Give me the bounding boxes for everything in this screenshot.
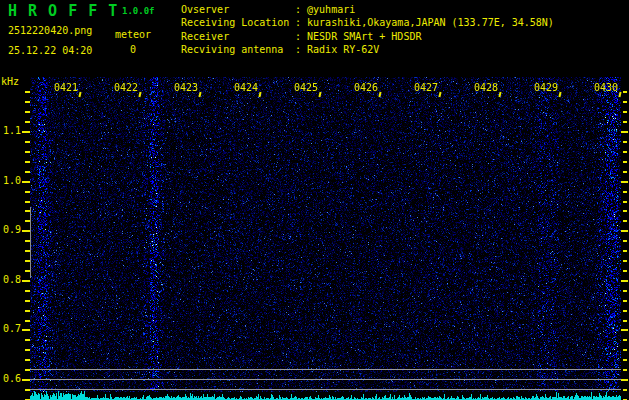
freq-tick-label: 1.0	[0, 175, 21, 186]
freq-minor-tick	[25, 250, 30, 252]
meteor-count-value: 0	[114, 44, 152, 55]
info-label: Ovserver	[181, 3, 295, 16]
info-separator: :	[295, 16, 307, 29]
freq-minor-tick	[25, 290, 30, 292]
freq-minor-tick	[25, 349, 30, 351]
station-info: Ovserver: @yuhmari Receiving Location: k…	[181, 3, 554, 57]
threshold-line-lower	[30, 389, 621, 390]
time-label: 0427	[414, 82, 438, 93]
hrofft-window: H R O F F T 1.0.0f 2512220420.png meteor…	[0, 0, 629, 400]
freq-minor-tick	[25, 260, 30, 262]
freq-minor-tick	[623, 290, 627, 292]
freq-tick-label: 0.8	[0, 274, 21, 285]
output-filename: 2512220420.png	[8, 25, 92, 36]
freq-minor-tick	[25, 359, 30, 361]
app-title: H R O F F T	[8, 3, 118, 19]
freq-minor-tick	[25, 101, 30, 103]
freq-minor-tick	[623, 201, 627, 203]
freq-minor-tick	[623, 191, 627, 193]
info-separator: :	[295, 43, 307, 56]
freq-minor-tick	[25, 141, 30, 143]
freq-minor-tick	[623, 389, 627, 391]
freq-major-tick	[621, 280, 628, 282]
freq-axis-unit: kHz	[1, 76, 19, 87]
freq-tick-label: 0.9	[0, 224, 21, 235]
freq-minor-tick	[623, 310, 627, 312]
freq-tick-label: 1.1	[0, 125, 21, 136]
meteor-count-label: meteor	[115, 29, 151, 40]
time-label: 0425	[294, 82, 318, 93]
freq-minor-tick	[623, 250, 627, 252]
info-row-observer: Ovserver: @yuhmari	[181, 3, 554, 16]
freq-minor-tick	[623, 359, 627, 361]
info-label: Receiving Location	[181, 16, 295, 29]
info-row-location: Receiving Location: kurashiki,Okayama,JA…	[181, 16, 554, 29]
freq-minor-tick	[623, 171, 627, 173]
freq-major-tick	[22, 230, 30, 232]
freq-major-tick	[621, 379, 628, 381]
freq-minor-tick	[25, 300, 30, 302]
freq-minor-tick	[623, 300, 627, 302]
freq-major-tick	[22, 280, 30, 282]
time-label: 0430	[594, 82, 618, 93]
freq-minor-tick	[25, 210, 30, 212]
time-label: 0421	[54, 82, 78, 93]
scale-bar-line	[30, 207, 31, 278]
info-row-receiver: Receiver: NESDR SMArt + HDSDR	[181, 30, 554, 43]
freq-minor-tick	[25, 389, 30, 391]
freq-minor-tick	[623, 339, 627, 341]
freq-minor-tick	[25, 111, 30, 113]
freq-major-tick	[621, 329, 628, 331]
freq-minor-tick	[623, 101, 627, 103]
info-value: NESDR SMArt + HDSDR	[307, 30, 421, 43]
freq-minor-tick	[623, 111, 627, 113]
time-label: 0428	[474, 82, 498, 93]
app-version: 1.0.0f	[122, 6, 155, 16]
threshold-line-center	[30, 379, 621, 380]
freq-minor-tick	[25, 339, 30, 341]
info-value: Radix RY-62V	[307, 43, 379, 56]
freq-minor-tick	[623, 161, 627, 163]
freq-minor-tick	[623, 270, 627, 272]
freq-major-tick	[22, 181, 30, 183]
freq-minor-tick	[25, 270, 30, 272]
freq-minor-tick	[25, 161, 30, 163]
freq-tick-label: 0.6	[0, 373, 21, 384]
threshold-line-upper	[30, 369, 621, 370]
freq-major-tick	[621, 230, 628, 232]
freq-minor-tick	[25, 220, 30, 222]
freq-major-tick	[22, 131, 30, 133]
freq-minor-tick	[25, 201, 30, 203]
freq-major-tick	[621, 181, 628, 183]
freq-minor-tick	[623, 220, 627, 222]
freq-minor-tick	[623, 141, 627, 143]
freq-minor-tick	[623, 210, 627, 212]
freq-minor-tick	[25, 171, 30, 173]
freq-minor-tick	[623, 260, 627, 262]
freq-minor-tick	[25, 310, 30, 312]
freq-minor-tick	[25, 320, 30, 322]
time-label: 0423	[174, 82, 198, 93]
freq-minor-tick	[25, 91, 30, 93]
freq-minor-tick	[25, 151, 30, 153]
info-value: kurashiki,Okayama,JAPAN (133.77E, 34.58N…	[307, 16, 554, 29]
freq-minor-tick	[623, 320, 627, 322]
time-label: 0426	[354, 82, 378, 93]
time-label: 0424	[234, 82, 258, 93]
freq-minor-tick	[25, 191, 30, 193]
time-label: 0429	[534, 82, 558, 93]
freq-minor-tick	[623, 91, 627, 93]
info-label: Receiver	[181, 30, 295, 43]
info-label: Recviving antenna	[181, 43, 295, 56]
minute-tick	[618, 92, 621, 97]
info-row-antenna: Recviving antenna: Radix RY-62V	[181, 43, 554, 56]
freq-tick-label: 0.7	[0, 323, 21, 334]
freq-major-tick	[22, 329, 30, 331]
freq-minor-tick	[623, 121, 627, 123]
freq-minor-tick	[623, 369, 627, 371]
freq-major-tick	[621, 131, 628, 133]
time-label: 0422	[114, 82, 138, 93]
freq-minor-tick	[623, 240, 627, 242]
freq-minor-tick	[25, 121, 30, 123]
freq-minor-tick	[25, 240, 30, 242]
